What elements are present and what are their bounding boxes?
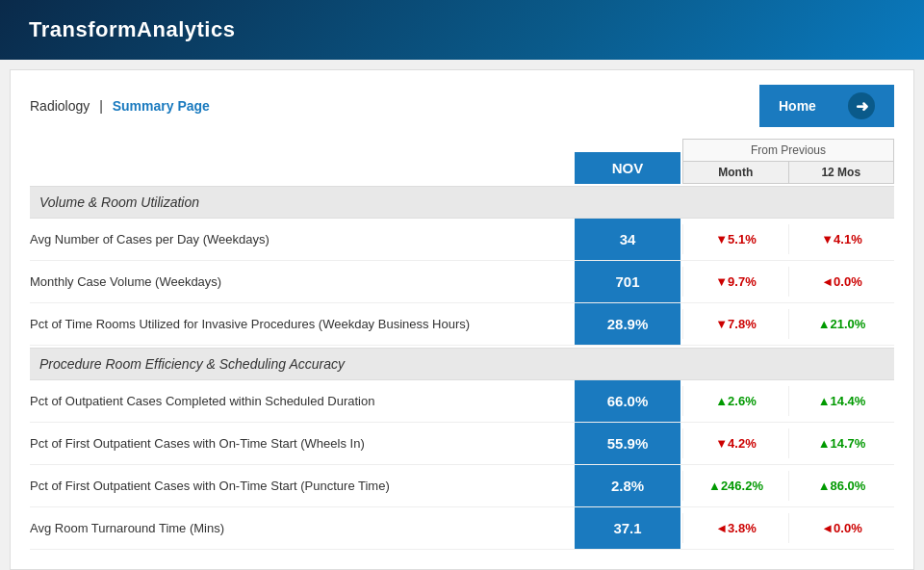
month-change: ▼5.1% <box>682 224 788 254</box>
table-row: Avg Room Turnaround Time (Mins) 37.1 ◄3.… <box>30 507 894 550</box>
row-value: 66.0% <box>575 380 680 422</box>
row-changes: ▲2.6% ▲14.4% <box>682 386 894 416</box>
mos-change: ▲14.7% <box>788 428 894 458</box>
row-label: Avg Room Turnaround Time (Mins) <box>30 513 575 543</box>
mos-change: ▲14.4% <box>788 386 894 416</box>
mos-change: ◄0.0% <box>788 513 894 543</box>
home-button[interactable]: Home ➜ <box>759 85 894 127</box>
data-table: NOV From Previous Month 12 Mos Volume & … <box>30 139 894 550</box>
table-body: Volume & Room Utilization Avg Number of … <box>30 186 894 550</box>
breadcrumb-separator: | <box>99 98 103 114</box>
breadcrumb-row: Radiology | Summary Page Home ➜ <box>30 85 894 127</box>
row-value: 28.9% <box>575 303 680 345</box>
from-prev-header-col: From Previous Month 12 Mos <box>682 139 894 184</box>
month-change: ▲246.2% <box>682 471 788 501</box>
row-value: 701 <box>575 261 680 302</box>
table-row: Monthly Case Volume (Weekdays) 701 ▼9.7%… <box>30 261 894 303</box>
month-change: ▲2.6% <box>682 386 788 416</box>
from-prev-label: From Previous <box>682 139 894 161</box>
row-changes: ▼9.7% ◄0.0% <box>682 267 894 297</box>
month-change: ◄3.8% <box>682 513 788 543</box>
row-value: 37.1 <box>575 507 680 549</box>
sub-header-12mos: 12 Mos <box>788 161 895 184</box>
mos-change: ▼4.1% <box>788 224 894 254</box>
breadcrumb-parent: Radiology <box>30 98 90 114</box>
mos-change: ▲21.0% <box>788 309 894 339</box>
mos-change: ▲86.0% <box>788 471 894 501</box>
sub-header-month: Month <box>682 161 788 184</box>
row-changes: ◄3.8% ◄0.0% <box>682 513 894 543</box>
row-label: Pct of Outpatient Cases Completed within… <box>30 386 575 416</box>
content-area: Radiology | Summary Page Home ➜ NOV From… <box>10 69 914 570</box>
table-row: Avg Number of Cases per Day (Weekdays) 3… <box>30 219 894 261</box>
row-value: 55.9% <box>575 423 680 464</box>
home-button-label: Home <box>779 98 816 114</box>
row-changes: ▼7.8% ▲21.0% <box>682 309 894 339</box>
month-change: ▼7.8% <box>682 309 788 339</box>
table-row: Pct of Outpatient Cases Completed within… <box>30 380 894 423</box>
app-header: TransformAnalytics <box>0 0 924 60</box>
row-label: Pct of First Outpatient Cases with On-Ti… <box>30 428 575 458</box>
row-value: 2.8% <box>575 465 680 506</box>
month-change: ▼4.2% <box>682 428 788 458</box>
table-header-row: NOV From Previous Month 12 Mos <box>30 139 894 184</box>
breadcrumb-current: Summary Page <box>113 98 210 114</box>
row-changes: ▼4.2% ▲14.7% <box>682 428 894 458</box>
row-label: Pct of First Outpatient Cases with On-Ti… <box>30 471 575 501</box>
row-label: Monthly Case Volume (Weekdays) <box>30 267 575 297</box>
section-header-1: Procedure Room Efficiency & Scheduling A… <box>30 348 894 380</box>
table-row: Pct of First Outpatient Cases with On-Ti… <box>30 465 894 507</box>
period-header: NOV <box>575 152 680 184</box>
breadcrumb: Radiology | Summary Page <box>30 98 210 114</box>
row-changes: ▲246.2% ▲86.0% <box>682 471 894 501</box>
row-label: Pct of Time Rooms Utilized for Invasive … <box>30 309 575 339</box>
row-value: 34 <box>575 219 680 260</box>
row-label: Avg Number of Cases per Day (Weekdays) <box>30 224 575 254</box>
app-title: TransformAnalytics <box>29 17 235 41</box>
mos-change: ◄0.0% <box>788 267 894 297</box>
table-row: Pct of First Outpatient Cases with On-Ti… <box>30 423 894 465</box>
month-change: ▼9.7% <box>682 267 788 297</box>
table-row: Pct of Time Rooms Utilized for Invasive … <box>30 303 894 346</box>
home-arrow-icon: ➜ <box>848 92 875 119</box>
row-changes: ▼5.1% ▼4.1% <box>682 224 894 254</box>
from-prev-sub-headers: Month 12 Mos <box>682 161 894 184</box>
section-header-0: Volume & Room Utilization <box>30 186 894 219</box>
